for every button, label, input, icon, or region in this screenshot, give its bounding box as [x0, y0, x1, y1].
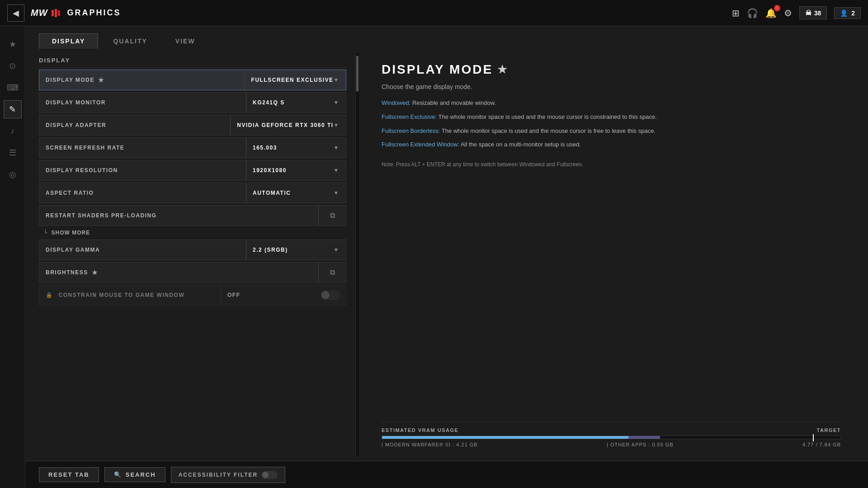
vram-bar-other: [628, 436, 660, 439]
page-title: GRAPHICS: [67, 8, 121, 18]
display-resolution-value: 1920X1080 ▼: [246, 167, 346, 174]
tab-view[interactable]: VIEW: [162, 33, 208, 49]
lock-icon: 🔒: [46, 292, 53, 298]
tab-display[interactable]: DISPLAY: [39, 33, 98, 49]
settings-list: DISPLAY DISPLAY MODE ★ FULLSCREEN EXCLUS…: [39, 53, 346, 456]
dropdown-arrow: ▼: [334, 190, 340, 196]
display-gamma-label: DISPLAY GAMMA: [39, 247, 246, 253]
display-monitor-value: KG241Q S ▼: [246, 99, 346, 106]
acc-toggle-knob: [262, 472, 269, 478]
dropdown-arrow: ▼: [334, 99, 340, 106]
aspect-ratio-value: AUTOMATIC ▼: [246, 190, 346, 196]
sidebar-item-keyboard[interactable]: ⌨: [4, 79, 22, 97]
logo-mw-text: MW: [31, 8, 48, 18]
scroll-track[interactable]: [355, 53, 359, 456]
sidebar-item-interface[interactable]: ☰: [4, 144, 22, 162]
setting-row-brightness[interactable]: BRIGHTNESS ★ ⧉: [39, 262, 346, 283]
settings-icon[interactable]: ⚙: [784, 8, 792, 19]
topbar-right: ⊞ 🎧 🔔 ! ⚙ ☠ 38 👤 2: [732, 6, 861, 19]
constrain-mouse-value: OFF: [221, 292, 321, 298]
show-more-indent: └: [43, 230, 48, 236]
info-title-star: ★: [497, 63, 509, 76]
dropdown-arrow: ▼: [334, 145, 340, 151]
info-highlight-windowed: Windowed:: [382, 99, 410, 106]
vram-header: ESTIMATED VRAM USAGE TARGET: [382, 427, 841, 433]
dropdown-arrow: ▼: [334, 167, 340, 174]
user-icon: 👤: [840, 9, 848, 17]
info-panel: DISPLAY MODE ★ Choose the game display m…: [368, 53, 854, 456]
display-section-header: DISPLAY: [39, 53, 346, 68]
logo-bar-1: [52, 10, 54, 16]
display-mode-star: ★: [98, 76, 105, 84]
constrain-mouse-toggle-area: [321, 290, 346, 300]
back-button[interactable]: ◀: [7, 5, 24, 22]
brightness-star: ★: [92, 269, 99, 276]
display-mode-label-text: DISPLAY MODE: [46, 77, 94, 83]
vram-mw-label: | MODERN WARFARE® III : 4.21 GB: [382, 442, 478, 447]
setting-row-display-gamma[interactable]: DISPLAY GAMMA 2.2 (SRGB) ▼: [39, 239, 346, 260]
search-icon: 🔍: [114, 471, 122, 478]
logo-bar-2: [55, 9, 57, 17]
external-link-icon: ⧉: [330, 211, 335, 220]
setting-row-display-monitor[interactable]: DISPLAY MONITOR KG241Q S ▼: [39, 92, 346, 113]
credits-amount: 38: [814, 9, 821, 17]
accessibility-filter-label: ACCESSIBILITY FILTER: [179, 472, 258, 478]
brightness-action[interactable]: ⧉: [319, 268, 346, 277]
vram-bar-mw: [382, 436, 628, 439]
info-desc-fullscreen-borderless: Fullscreen Borderless: The whole monitor…: [382, 127, 841, 136]
game-logo: MW: [31, 8, 60, 18]
setting-row-display-resolution[interactable]: DISPLAY RESOLUTION 1920X1080 ▼: [39, 160, 346, 181]
setting-row-restart-shaders[interactable]: RESTART SHADERS PRE-LOADING ⧉: [39, 205, 346, 226]
info-highlight-fullscreen-exclusive: Fullscreen Exclusive:: [382, 113, 437, 120]
show-more-row[interactable]: └ SHOW MORE: [39, 228, 346, 239]
headset-icon[interactable]: 🎧: [747, 8, 758, 19]
setting-row-display-adapter[interactable]: DISPLAY ADAPTER NVIDIA GEFORCE RTX 3060 …: [39, 115, 346, 136]
restart-shaders-action[interactable]: ⧉: [319, 211, 346, 220]
credits-display[interactable]: ☠ 38: [799, 6, 827, 19]
info-text-fullscreen-borderless: The whole monitor space is used and the …: [442, 127, 656, 134]
screen-refresh-rate-label: SCREEN REFRESH RATE: [39, 145, 246, 151]
sidebar: ★ ⊙ ⌨ ✎ ♪ ☰ ◎: [0, 26, 25, 488]
vram-bar-container: [382, 436, 841, 439]
display-gamma-value: 2.2 (SRGB) ▼: [246, 247, 346, 253]
dropdown-arrow: ▼: [334, 247, 340, 253]
sidebar-item-audio[interactable]: ♪: [4, 122, 22, 140]
user-display[interactable]: 👤 2: [834, 7, 861, 19]
constrain-mouse-label: 🔒 CONSTRAIN MOUSE TO GAME WINDOW: [39, 292, 221, 298]
aspect-ratio-label: ASPECT RATIO: [39, 190, 246, 196]
tab-bar: DISPLAY QUALITY VIEW: [25, 26, 868, 49]
display-mode-value: FULLSCREEN EXCLUSIVE ▼: [245, 77, 346, 83]
skull-icon: ☠: [805, 9, 811, 17]
setting-row-screen-refresh-rate[interactable]: SCREEN REFRESH RATE 165.003 ▼: [39, 137, 346, 158]
setting-row-constrain-mouse[interactable]: 🔒 CONSTRAIN MOUSE TO GAME WINDOW OFF: [39, 285, 346, 305]
sidebar-item-controller[interactable]: ⊙: [4, 57, 22, 75]
logo-bars: [52, 9, 60, 17]
setting-row-aspect-ratio[interactable]: ASPECT RATIO AUTOMATIC ▼: [39, 183, 346, 203]
search-button[interactable]: 🔍 SEARCH: [104, 467, 165, 482]
sidebar-item-account[interactable]: ◎: [4, 165, 22, 183]
reset-tab-button[interactable]: RESET TAB: [39, 467, 99, 482]
show-more-label[interactable]: SHOW MORE: [52, 230, 90, 236]
sidebar-item-graphics[interactable]: ✎: [4, 100, 22, 118]
vram-target-line: [813, 434, 814, 441]
brightness-label: BRIGHTNESS ★: [39, 269, 318, 276]
settings-container: DISPLAY DISPLAY MODE ★ FULLSCREEN EXCLUS…: [25, 49, 868, 461]
vram-footer: | MODERN WARFARE® III : 4.21 GB | OTHER …: [382, 442, 841, 447]
display-resolution-label: DISPLAY RESOLUTION: [39, 167, 246, 174]
sidebar-item-favorites[interactable]: ★: [4, 35, 22, 53]
notifications-icon[interactable]: 🔔 !: [765, 8, 777, 19]
vram-target-label: TARGET: [817, 427, 841, 433]
constrain-mouse-toggle[interactable]: [321, 290, 340, 300]
bottom-bar: RESET TAB 🔍 SEARCH ACCESSIBILITY FILTER: [25, 461, 868, 488]
setting-row-display-mode[interactable]: DISPLAY MODE ★ FULLSCREEN EXCLUSIVE ▼: [39, 70, 346, 90]
external-link-icon: ⧉: [330, 268, 335, 277]
back-icon: ◀: [13, 8, 19, 18]
info-text-fullscreen-extended: All the space on a multi-monitor setup i…: [461, 141, 581, 148]
info-desc-fullscreen-extended: Fullscreen Extended Window: All the spac…: [382, 140, 841, 150]
dropdown-arrow: ▼: [334, 77, 340, 83]
scroll-thumb: [356, 56, 359, 92]
tab-quality[interactable]: QUALITY: [100, 33, 160, 49]
display-monitor-label: DISPLAY MONITOR: [39, 99, 246, 106]
accessibility-filter-toggle[interactable]: [261, 471, 278, 479]
grid-icon[interactable]: ⊞: [732, 8, 740, 19]
